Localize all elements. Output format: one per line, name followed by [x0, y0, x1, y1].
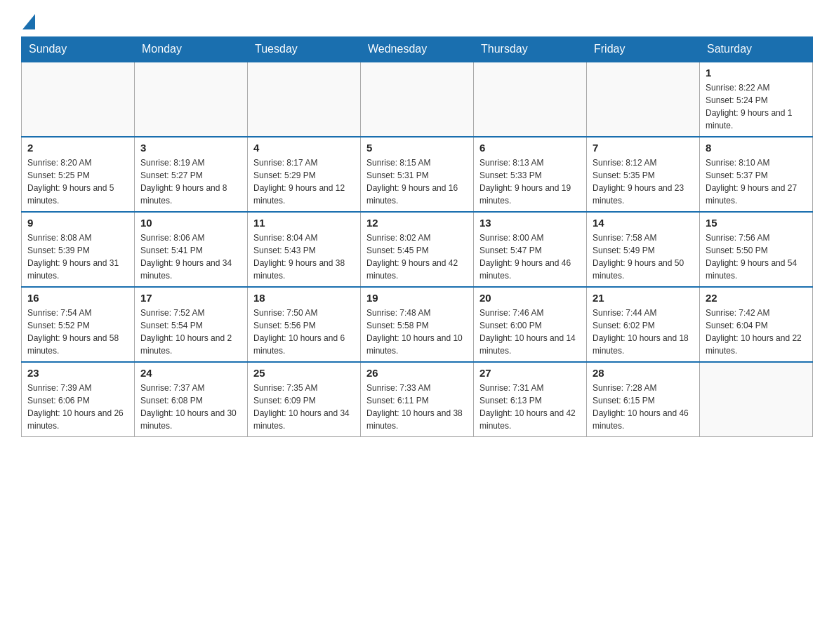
calendar-day-cell	[135, 62, 248, 137]
calendar-day-header: Tuesday	[248, 37, 361, 62]
day-number: 26	[366, 367, 468, 379]
calendar-day-header: Thursday	[474, 37, 587, 62]
calendar-day-cell	[22, 62, 135, 137]
day-info: Sunrise: 7:56 AM Sunset: 5:50 PM Dayligh…	[706, 232, 807, 282]
calendar-day-cell: 26Sunrise: 7:33 AM Sunset: 6:11 PM Dayli…	[361, 362, 474, 437]
calendar-day-cell	[361, 62, 474, 137]
day-number: 28	[593, 367, 694, 379]
calendar-day-cell	[700, 362, 813, 437]
svg-marker-0	[22, 14, 35, 29]
day-info: Sunrise: 7:33 AM Sunset: 6:11 PM Dayligh…	[366, 382, 468, 432]
calendar-day-cell: 13Sunrise: 8:00 AM Sunset: 5:47 PM Dayli…	[474, 212, 587, 287]
day-number: 19	[366, 292, 468, 304]
day-number: 2	[27, 142, 128, 154]
calendar-day-cell: 17Sunrise: 7:52 AM Sunset: 5:54 PM Dayli…	[135, 287, 248, 362]
day-info: Sunrise: 8:04 AM Sunset: 5:43 PM Dayligh…	[253, 232, 355, 282]
calendar-week-row: 1Sunrise: 8:22 AM Sunset: 5:24 PM Daylig…	[22, 62, 813, 137]
calendar-day-cell: 16Sunrise: 7:54 AM Sunset: 5:52 PM Dayli…	[22, 287, 135, 362]
day-number: 3	[140, 142, 241, 154]
day-number: 24	[140, 367, 241, 379]
calendar-day-cell: 2Sunrise: 8:20 AM Sunset: 5:25 PM Daylig…	[22, 137, 135, 212]
calendar-week-row: 16Sunrise: 7:54 AM Sunset: 5:52 PM Dayli…	[22, 287, 813, 362]
calendar-day-cell: 23Sunrise: 7:39 AM Sunset: 6:06 PM Dayli…	[22, 362, 135, 437]
calendar-week-row: 2Sunrise: 8:20 AM Sunset: 5:25 PM Daylig…	[22, 137, 813, 212]
calendar-day-cell: 19Sunrise: 7:48 AM Sunset: 5:58 PM Dayli…	[361, 287, 474, 362]
day-info: Sunrise: 8:22 AM Sunset: 5:24 PM Dayligh…	[706, 81, 807, 132]
day-info: Sunrise: 7:44 AM Sunset: 6:02 PM Dayligh…	[593, 307, 694, 357]
calendar-week-row: 23Sunrise: 7:39 AM Sunset: 6:06 PM Dayli…	[22, 362, 813, 437]
page-header	[21, 14, 813, 29]
logo	[21, 14, 37, 29]
calendar-table: SundayMondayTuesdayWednesdayThursdayFrid…	[21, 36, 813, 437]
calendar-day-cell: 25Sunrise: 7:35 AM Sunset: 6:09 PM Dayli…	[248, 362, 361, 437]
calendar-day-cell: 9Sunrise: 8:08 AM Sunset: 5:39 PM Daylig…	[22, 212, 135, 287]
day-info: Sunrise: 7:58 AM Sunset: 5:49 PM Dayligh…	[593, 232, 694, 282]
day-info: Sunrise: 8:10 AM Sunset: 5:37 PM Dayligh…	[706, 156, 807, 207]
calendar-day-header: Sunday	[22, 37, 135, 62]
calendar-day-cell: 24Sunrise: 7:37 AM Sunset: 6:08 PM Dayli…	[135, 362, 248, 437]
day-number: 14	[593, 217, 694, 229]
calendar-day-cell: 6Sunrise: 8:13 AM Sunset: 5:33 PM Daylig…	[474, 137, 587, 212]
day-number: 20	[479, 292, 581, 304]
day-number: 11	[253, 217, 355, 229]
calendar-day-cell: 4Sunrise: 8:17 AM Sunset: 5:29 PM Daylig…	[248, 137, 361, 212]
calendar-day-cell	[587, 62, 700, 137]
day-info: Sunrise: 7:54 AM Sunset: 5:52 PM Dayligh…	[27, 307, 128, 357]
calendar-day-header: Monday	[135, 37, 248, 62]
calendar-day-cell: 27Sunrise: 7:31 AM Sunset: 6:13 PM Dayli…	[474, 362, 587, 437]
calendar-day-cell: 7Sunrise: 8:12 AM Sunset: 5:35 PM Daylig…	[587, 137, 700, 212]
day-info: Sunrise: 8:06 AM Sunset: 5:41 PM Dayligh…	[140, 232, 241, 282]
calendar-day-cell: 15Sunrise: 7:56 AM Sunset: 5:50 PM Dayli…	[700, 212, 813, 287]
day-info: Sunrise: 7:31 AM Sunset: 6:13 PM Dayligh…	[479, 382, 581, 432]
calendar-day-header: Saturday	[700, 37, 813, 62]
calendar-day-cell: 14Sunrise: 7:58 AM Sunset: 5:49 PM Dayli…	[587, 212, 700, 287]
day-info: Sunrise: 7:50 AM Sunset: 5:56 PM Dayligh…	[253, 307, 355, 357]
calendar-day-cell: 10Sunrise: 8:06 AM Sunset: 5:41 PM Dayli…	[135, 212, 248, 287]
calendar-day-cell: 1Sunrise: 8:22 AM Sunset: 5:24 PM Daylig…	[700, 62, 813, 137]
day-info: Sunrise: 8:00 AM Sunset: 5:47 PM Dayligh…	[479, 232, 581, 282]
day-number: 4	[253, 142, 355, 154]
calendar-day-cell: 5Sunrise: 8:15 AM Sunset: 5:31 PM Daylig…	[361, 137, 474, 212]
day-number: 22	[706, 292, 807, 304]
calendar-header-row: SundayMondayTuesdayWednesdayThursdayFrid…	[22, 37, 813, 62]
day-info: Sunrise: 7:28 AM Sunset: 6:15 PM Dayligh…	[593, 382, 694, 432]
day-number: 9	[27, 217, 128, 229]
day-number: 6	[479, 142, 581, 154]
day-number: 5	[366, 142, 468, 154]
calendar-day-cell: 12Sunrise: 8:02 AM Sunset: 5:45 PM Dayli…	[361, 212, 474, 287]
day-number: 1	[706, 67, 807, 79]
day-info: Sunrise: 7:39 AM Sunset: 6:06 PM Dayligh…	[27, 382, 128, 432]
calendar-day-cell: 22Sunrise: 7:42 AM Sunset: 6:04 PM Dayli…	[700, 287, 813, 362]
day-info: Sunrise: 7:48 AM Sunset: 5:58 PM Dayligh…	[366, 307, 468, 357]
day-info: Sunrise: 8:02 AM Sunset: 5:45 PM Dayligh…	[366, 232, 468, 282]
calendar-day-cell	[248, 62, 361, 137]
calendar-day-cell: 21Sunrise: 7:44 AM Sunset: 6:02 PM Dayli…	[587, 287, 700, 362]
calendar-day-cell: 11Sunrise: 8:04 AM Sunset: 5:43 PM Dayli…	[248, 212, 361, 287]
day-info: Sunrise: 7:52 AM Sunset: 5:54 PM Dayligh…	[140, 307, 241, 357]
calendar-week-row: 9Sunrise: 8:08 AM Sunset: 5:39 PM Daylig…	[22, 212, 813, 287]
day-info: Sunrise: 8:20 AM Sunset: 5:25 PM Dayligh…	[27, 156, 128, 207]
calendar-day-header: Friday	[587, 37, 700, 62]
day-number: 17	[140, 292, 241, 304]
day-info: Sunrise: 7:37 AM Sunset: 6:08 PM Dayligh…	[140, 382, 241, 432]
day-info: Sunrise: 8:17 AM Sunset: 5:29 PM Dayligh…	[253, 156, 355, 207]
day-info: Sunrise: 8:08 AM Sunset: 5:39 PM Dayligh…	[27, 232, 128, 282]
calendar-day-cell: 8Sunrise: 8:10 AM Sunset: 5:37 PM Daylig…	[700, 137, 813, 212]
calendar-day-cell: 3Sunrise: 8:19 AM Sunset: 5:27 PM Daylig…	[135, 137, 248, 212]
day-number: 15	[706, 217, 807, 229]
day-number: 16	[27, 292, 128, 304]
day-number: 12	[366, 217, 468, 229]
day-number: 8	[706, 142, 807, 154]
day-number: 7	[593, 142, 694, 154]
day-info: Sunrise: 7:35 AM Sunset: 6:09 PM Dayligh…	[253, 382, 355, 432]
day-info: Sunrise: 7:42 AM Sunset: 6:04 PM Dayligh…	[706, 307, 807, 357]
day-number: 18	[253, 292, 355, 304]
calendar-day-cell	[474, 62, 587, 137]
day-number: 10	[140, 217, 241, 229]
day-info: Sunrise: 8:13 AM Sunset: 5:33 PM Dayligh…	[479, 156, 581, 207]
day-number: 21	[593, 292, 694, 304]
day-info: Sunrise: 8:12 AM Sunset: 5:35 PM Dayligh…	[593, 156, 694, 207]
day-info: Sunrise: 7:46 AM Sunset: 6:00 PM Dayligh…	[479, 307, 581, 357]
calendar-day-cell: 18Sunrise: 7:50 AM Sunset: 5:56 PM Dayli…	[248, 287, 361, 362]
day-number: 25	[253, 367, 355, 379]
